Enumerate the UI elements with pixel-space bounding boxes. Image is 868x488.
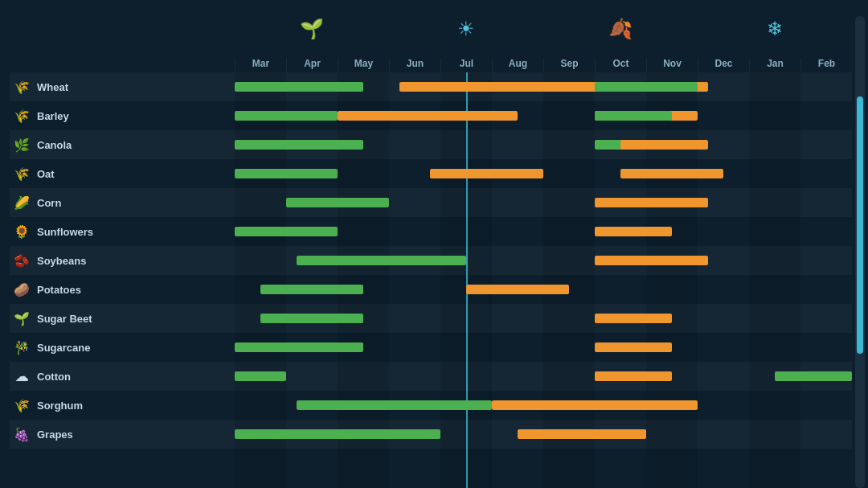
scrollbar[interactable] [855, 16, 865, 488]
crop-icon-canola: 🌿 [13, 136, 31, 154]
month-header-apr: Apr [286, 58, 338, 72]
bar-grapes-1 [518, 429, 646, 439]
crop-name-barley: Barley [37, 110, 69, 122]
season-icon-1: ☀ [440, 18, 492, 40]
bar-sugarcane-1 [595, 342, 672, 352]
bar-grapes-0 [235, 429, 440, 439]
month-header-mar: Mar [235, 58, 286, 72]
crop-icon-potatoes: 🥔 [13, 281, 31, 298]
month-header-nov: Nov [646, 58, 698, 72]
scrollbar-thumb[interactable] [857, 96, 863, 354]
crop-icon-wheat: 🌾 [13, 78, 31, 96]
bar-barley-3 [595, 111, 672, 121]
month-header-jul: Jul [440, 58, 492, 72]
crop-icon-soybeans: 🫘 [13, 252, 31, 269]
crop-label-potatoes: 🥔Potatoes [10, 275, 235, 304]
month-headers: MarAprMayJunJulAugSepOctNovDecJanFeb [235, 58, 852, 72]
bar-corn-0 [286, 198, 389, 207]
grid-column: 🌱☀🍂❄ MarAprMayJunJulAugSepOctNovDecJanFe… [235, 16, 852, 488]
season-icons: 🌱☀🍂❄ [235, 16, 852, 48]
month-header-sep: Sep [543, 58, 595, 72]
crop-icon-sorghum: 🌾 [13, 396, 31, 414]
bar-canola-2 [620, 140, 708, 150]
crops-column: 🌾Wheat🌾Barley🌿Canola🌾Oat🌽Corn🌻Sunflowers… [10, 16, 235, 488]
crop-icon-sugar-beet: 🌱 [13, 310, 31, 327]
bar-cotton-2 [775, 371, 852, 381]
bar-wheat-0 [235, 82, 363, 92]
crop-name-sugarcane: Sugarcane [37, 342, 90, 354]
grid-body [235, 72, 852, 488]
month-header-oct: Oct [595, 58, 646, 72]
crop-label-cotton: ☁Cotton [10, 362, 235, 391]
bar-potatoes-1 [466, 285, 569, 294]
crop-name-grapes: Grapes [37, 429, 73, 441]
bar-sugar-beet-0 [260, 314, 363, 323]
crop-label-grapes: 🍇Grapes [10, 420, 235, 449]
bar-soybeans-0 [297, 256, 466, 265]
bar-barley-0 [235, 111, 338, 121]
month-header-jan: Jan [749, 58, 800, 72]
crop-icon-sunflowers: 🌻 [13, 223, 31, 240]
crop-name-sunflowers: Sunflowers [37, 226, 93, 238]
crop-icon-oat: 🌾 [13, 165, 31, 182]
bar-cotton-1 [595, 371, 672, 381]
months-header: 🌱☀🍂❄ MarAprMayJunJulAugSepOctNovDecJanFe… [235, 16, 852, 72]
crop-name-corn: Corn [37, 197, 61, 209]
crop-name-oat: Oat [37, 168, 55, 180]
month-header-jun: Jun [389, 58, 440, 72]
bar-sorghum-1 [492, 400, 698, 410]
season-icon-3: ❄ [749, 18, 800, 40]
month-header-feb: Feb [800, 58, 852, 72]
crop-icon-barley: 🌾 [13, 107, 31, 125]
calendar-wrapper: 🌾Wheat🌾Barley🌿Canola🌾Oat🌽Corn🌻Sunflowers… [10, 16, 868, 488]
bar-barley-1 [338, 111, 518, 121]
season-icon-2: 🍂 [595, 18, 646, 40]
month-header-aug: Aug [492, 58, 543, 72]
month-header-may: May [338, 58, 389, 72]
bar-sugarcane-0 [235, 342, 363, 352]
crop-label-oat: 🌾Oat [10, 159, 235, 188]
row-bg-10 [235, 362, 852, 391]
bar-sugar-beet-1 [595, 314, 672, 323]
bar-corn-1 [595, 198, 708, 207]
crop-label-sorghum: 🌾Sorghum [10, 391, 235, 420]
crop-name-sugar-beet: Sugar Beet [37, 313, 92, 325]
bar-potatoes-0 [260, 285, 363, 294]
bar-cotton-0 [235, 371, 286, 381]
crop-label-sunflowers: 🌻Sunflowers [10, 217, 235, 246]
crop-icon-cotton: ☁ [13, 367, 31, 385]
bar-wheat-2 [595, 82, 698, 92]
crop-name-sorghum: Sorghum [37, 400, 83, 412]
crop-label-canola: 🌿Canola [10, 130, 235, 159]
season-icon-0: 🌱 [286, 18, 338, 40]
crop-icon-sugarcane: 🎋 [13, 338, 31, 356]
crop-name-cotton: Cotton [37, 371, 71, 383]
crop-label-soybeans: 🫘Soybeans [10, 246, 235, 275]
bar-canola-0 [235, 140, 363, 150]
bar-oat-1 [430, 169, 543, 178]
bar-sunflowers-0 [235, 227, 338, 236]
month-header-dec: Dec [698, 58, 749, 72]
bar-oat-2 [620, 169, 723, 178]
crop-label-sugar-beet: 🌱Sugar Beet [10, 304, 235, 333]
bars-container [235, 72, 852, 488]
crop-label-corn: 🌽Corn [10, 188, 235, 217]
crop-label-barley: 🌾Barley [10, 101, 235, 130]
crop-name-soybeans: Soybeans [37, 255, 86, 267]
crop-icon-grapes: 🍇 [13, 425, 31, 443]
crop-label-sugarcane: 🎋Sugarcane [10, 333, 235, 362]
crop-name-canola: Canola [37, 139, 72, 151]
crop-name-wheat: Wheat [37, 81, 68, 93]
bar-soybeans-1 [595, 256, 708, 265]
bar-sorghum-0 [297, 400, 492, 410]
bar-sunflowers-1 [595, 227, 672, 236]
page-container: 🌾Wheat🌾Barley🌿Canola🌾Oat🌽Corn🌻Sunflowers… [0, 0, 868, 488]
crop-label-wheat: 🌾Wheat [10, 72, 235, 101]
bar-oat-0 [235, 169, 338, 178]
crop-name-potatoes: Potatoes [37, 284, 81, 296]
crop-icon-corn: 🌽 [13, 194, 31, 211]
